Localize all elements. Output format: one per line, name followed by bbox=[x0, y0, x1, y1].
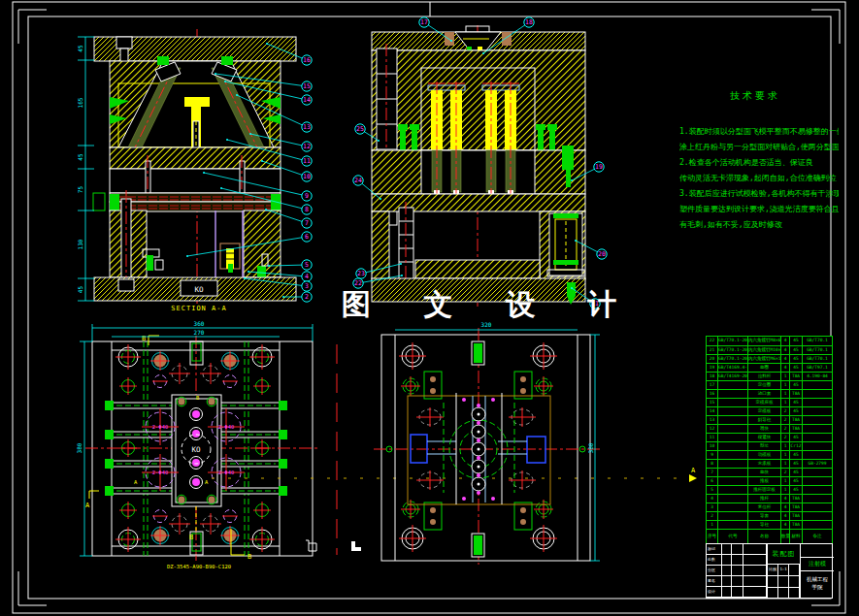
bom-row: 20GB/T70.1-2000内六角螺钉M6×16445GB/T70.1 bbox=[707, 354, 832, 363]
technical-requirements: 技术要求 1.装配时须以分型面飞模平整而不易修整的一侧作为基准,涂上红丹粉与另一… bbox=[679, 89, 839, 233]
balloon-10: 10 bbox=[302, 172, 312, 181]
balloon-13: 13 bbox=[302, 122, 312, 132]
bom-header: 序号 代号 名称 数量 材料 备注 bbox=[707, 529, 832, 543]
bom-row: 7垫块245 bbox=[707, 468, 832, 476]
balloon-17: 17 bbox=[419, 17, 429, 27]
svg-text:KO: KO bbox=[191, 445, 201, 454]
svg-text:24: 24 bbox=[354, 177, 362, 184]
balloon-2: 2 bbox=[302, 292, 312, 302]
plan-view-left: KO 2-Φ402-Φ402-Φ402-Φ40 B B B B A A A A … bbox=[76, 320, 697, 569]
svg-text:8: 8 bbox=[305, 206, 309, 213]
svg-text:16: 16 bbox=[303, 56, 311, 64]
bom-row: 14定模板245 bbox=[707, 406, 832, 415]
svg-text:19: 19 bbox=[595, 163, 603, 171]
svg-text:7: 7 bbox=[305, 219, 309, 227]
plan-view-right bbox=[374, 328, 600, 565]
svg-text:12: 12 bbox=[303, 143, 311, 150]
bom-row: 16浇口套1T8A bbox=[707, 389, 832, 398]
section-view-b bbox=[372, 25, 585, 307]
bom-row: 15定模座板145 bbox=[707, 398, 832, 406]
balloon-3: 3 bbox=[302, 281, 312, 291]
balloon-15: 15 bbox=[302, 81, 312, 91]
tech-req-line: 2.检查各个活动机构是否适当、保证良 bbox=[679, 155, 839, 171]
mold-type-label: 注射模 bbox=[801, 558, 834, 571]
svg-text:2-Φ40: 2-Φ40 bbox=[152, 424, 169, 430]
balloon-12: 12 bbox=[302, 142, 312, 151]
svg-text:5: 5 bbox=[305, 261, 309, 269]
datum-mark-center bbox=[351, 541, 361, 551]
mold-base-code: DZ-3545-A90-B90-C120 bbox=[167, 564, 231, 569]
balloon-14: 14 bbox=[302, 95, 312, 105]
balloon-9: 9 bbox=[302, 191, 312, 201]
bom-row: 8支承板145GB-2799 bbox=[707, 459, 832, 468]
svg-text:130: 130 bbox=[77, 239, 83, 249]
bom-row: 5推杆固定板145 bbox=[707, 485, 832, 494]
datum-mark-left bbox=[306, 540, 316, 551]
svg-text:A: A bbox=[691, 467, 696, 474]
balloon-4: 4 bbox=[302, 272, 312, 281]
plan-right-dims: 320 380 bbox=[395, 321, 600, 561]
svg-text:20: 20 bbox=[598, 250, 606, 258]
svg-text:13: 13 bbox=[303, 123, 311, 131]
title-block-center: 装配图 比例1:1 bbox=[767, 544, 800, 598]
svg-text:15: 15 bbox=[303, 82, 311, 90]
bom-row: 17定位圈145 bbox=[707, 380, 832, 389]
bom-table: 22GB/T70.1-2000内六角螺钉M8×60445GB/T70.121GB… bbox=[706, 336, 833, 544]
svg-text:10: 10 bbox=[303, 173, 311, 180]
svg-text:17: 17 bbox=[420, 18, 428, 26]
bom-row: 21GB/T70.1-2000内六角螺钉M10×40445GB/T70.1 bbox=[707, 345, 832, 354]
svg-text:2-Φ40: 2-Φ40 bbox=[152, 470, 169, 475]
cad-drawing-canvas: KO SECTION A-A 45165457513045 bbox=[0, 0, 859, 616]
svg-text:45: 45 bbox=[77, 286, 83, 294]
tech-req-line: 涂上红丹粉与另一分型面对研贴合,使两分型面能合模吻合 bbox=[679, 140, 839, 155]
svg-text:6: 6 bbox=[305, 233, 309, 241]
bom-row: 22GB/T70.1-2000内六角螺钉M8×60445GB/T70.1 bbox=[707, 337, 832, 345]
balloon-20: 20 bbox=[597, 249, 607, 259]
balloon-23: 23 bbox=[356, 269, 366, 278]
title-block-right: 注射模 机械工程 学院 bbox=[800, 544, 834, 598]
bom-row: 19GB/T4169.4-2006垫圈445GB/T97.1 bbox=[707, 363, 832, 372]
balloon-16: 16 bbox=[302, 55, 312, 65]
title-block-grid: 标记处数分区签名设计 bbox=[707, 544, 767, 598]
svg-text:380: 380 bbox=[587, 442, 594, 453]
balloon-8: 8 bbox=[302, 205, 312, 214]
drawing-name: 装配图 bbox=[768, 544, 800, 565]
balloon-24: 24 bbox=[353, 176, 363, 185]
svg-text:270: 270 bbox=[194, 329, 205, 336]
svg-text:2: 2 bbox=[305, 293, 309, 301]
bom-row: 18GB/T4169-2006拉料杆1T8A4.190-84 bbox=[707, 372, 832, 380]
svg-text:25: 25 bbox=[356, 125, 364, 133]
svg-text:11: 11 bbox=[303, 157, 311, 165]
balloon-11: 11 bbox=[302, 156, 312, 166]
svg-text:A: A bbox=[85, 502, 90, 509]
svg-text:75: 75 bbox=[77, 186, 83, 194]
tech-req-line: 3.装配后应进行试模检验,各机构不得有干涉现象, bbox=[679, 186, 839, 202]
svg-text:45: 45 bbox=[77, 45, 83, 52]
svg-text:4: 4 bbox=[305, 273, 309, 280]
tech-req-line: 1.装配时须以分型面飞模平整而不易修整的一侧作为基准, bbox=[679, 124, 839, 140]
svg-text:B: B bbox=[248, 553, 251, 561]
bom-row: 10型芯1Cr12 bbox=[707, 441, 832, 450]
svg-text:3: 3 bbox=[305, 282, 309, 290]
ko-label: KO bbox=[194, 285, 204, 294]
svg-text:9: 9 bbox=[305, 192, 309, 200]
svg-text:23: 23 bbox=[357, 270, 365, 277]
svg-text:14: 14 bbox=[303, 96, 311, 104]
bom-row: 4推杆4T8A bbox=[707, 494, 832, 503]
balloon-7: 7 bbox=[302, 218, 312, 228]
dimension-chain-left: 45165457513045 bbox=[77, 37, 94, 301]
balloon-25: 25 bbox=[355, 124, 365, 134]
svg-text:B: B bbox=[189, 534, 193, 541]
svg-text:165: 165 bbox=[77, 97, 83, 108]
svg-text:380: 380 bbox=[76, 442, 83, 453]
svg-text:A: A bbox=[134, 479, 138, 485]
section-view-a: KO SECTION A-A 45165457513045 bbox=[77, 29, 296, 312]
tech-req-line: 传动灵活无卡滞现象,起闭自如,合位准确到位 bbox=[679, 171, 839, 186]
svg-text:18: 18 bbox=[525, 18, 533, 26]
balloon-6: 6 bbox=[302, 232, 312, 242]
section-label: SECTION A-A bbox=[171, 305, 226, 312]
bom-row: 6推板145 bbox=[707, 476, 832, 485]
balloon-5: 5 bbox=[302, 260, 312, 270]
bom-row: 2导套4T8A bbox=[707, 511, 832, 520]
bom-row: 12滑块2T8A bbox=[707, 424, 832, 433]
